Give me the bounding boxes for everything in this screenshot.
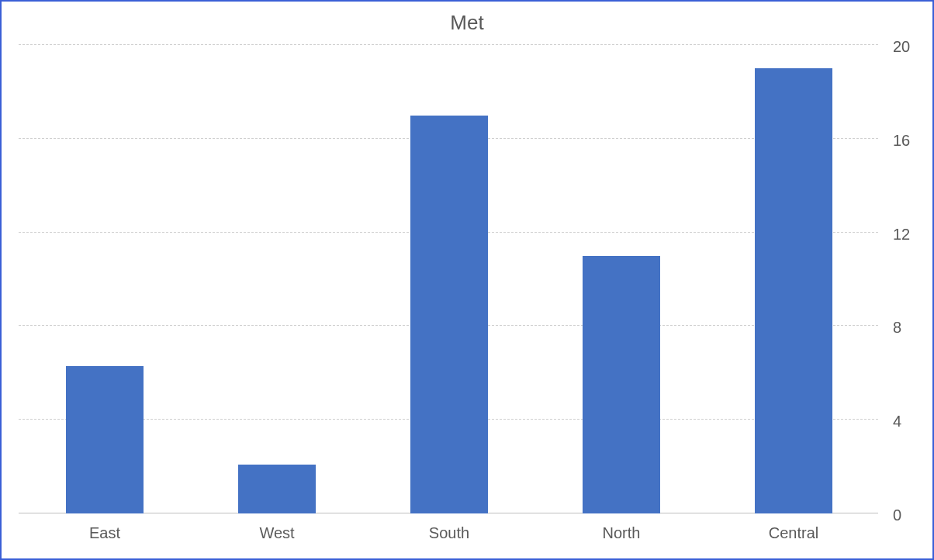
bar — [755, 68, 832, 513]
chart-frame: Met 048121620EastWestSouthNorthCentral — [0, 0, 934, 560]
x-tick-label: North — [603, 524, 641, 542]
y-tick-label: 16 — [893, 131, 910, 149]
x-tick-label: Central — [769, 524, 818, 542]
bar — [66, 366, 144, 513]
gridline — [19, 44, 878, 45]
y-tick-label: 20 — [893, 38, 910, 56]
y-tick-label: 0 — [893, 506, 901, 524]
y-tick-label: 12 — [893, 225, 910, 243]
chart-title: Met — [2, 11, 932, 35]
x-tick-label: South — [429, 524, 469, 542]
plot-area — [19, 47, 878, 513]
bar — [238, 465, 316, 513]
y-tick-label: 8 — [893, 319, 901, 337]
x-tick-label: East — [89, 524, 120, 542]
x-tick-label: West — [259, 524, 294, 542]
bar — [410, 116, 488, 513]
y-tick-label: 4 — [893, 413, 901, 430]
bar — [583, 256, 660, 513]
